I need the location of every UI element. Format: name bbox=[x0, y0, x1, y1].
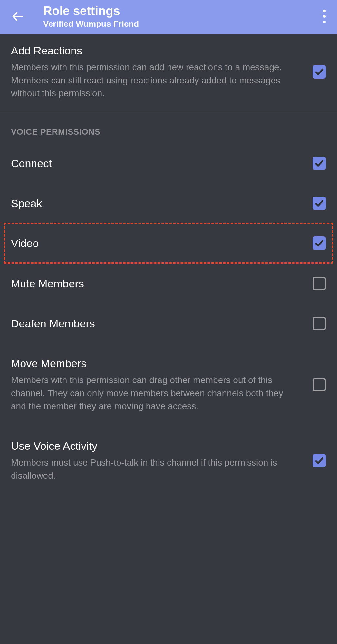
permission-text: Video bbox=[11, 236, 300, 250]
page-title: Role settings bbox=[43, 4, 321, 18]
permission-title: Connect bbox=[11, 156, 300, 170]
svg-point-1 bbox=[323, 10, 326, 12]
permission-title: Use Voice Activity bbox=[11, 439, 300, 453]
permission-title: Mute Members bbox=[11, 276, 300, 291]
svg-point-3 bbox=[323, 21, 326, 23]
permission-title: Video bbox=[11, 236, 300, 250]
permission-checkbox[interactable] bbox=[313, 317, 326, 330]
permission-row-connect[interactable]: Connect bbox=[0, 140, 337, 183]
permissions-list: Add Reactions Members with this permissi… bbox=[0, 34, 337, 495]
permission-title: Add Reactions bbox=[11, 43, 300, 58]
permission-description: Members with this permission can drag ot… bbox=[11, 374, 300, 413]
svg-point-2 bbox=[323, 15, 326, 18]
permission-title: Speak bbox=[11, 196, 300, 210]
permission-title: Deafen Members bbox=[11, 316, 300, 331]
permission-checkbox[interactable] bbox=[313, 65, 326, 79]
permission-text: Use Voice ActivityMembers must use Push-… bbox=[11, 439, 300, 482]
permission-text: Connect bbox=[11, 156, 300, 170]
permission-text: Mute Members bbox=[11, 276, 300, 291]
back-button[interactable] bbox=[11, 10, 24, 24]
permission-checkbox[interactable] bbox=[313, 454, 326, 467]
permission-row-add-reactions[interactable]: Add Reactions Members with this permissi… bbox=[0, 34, 337, 111]
permission-description: Members with this permission can add new… bbox=[11, 61, 300, 100]
permission-row-speak[interactable]: Speak bbox=[0, 183, 337, 223]
header-titles: Role settings Verified Wumpus Friend bbox=[43, 4, 321, 30]
permission-checkbox[interactable] bbox=[313, 157, 326, 170]
permission-text: Add Reactions Members with this permissi… bbox=[11, 43, 300, 100]
permission-text: Deafen Members bbox=[11, 316, 300, 331]
page-subtitle: Verified Wumpus Friend bbox=[43, 19, 321, 30]
more-vertical-icon bbox=[323, 9, 326, 25]
permission-checkbox[interactable] bbox=[313, 197, 326, 210]
permission-row-video[interactable]: Video bbox=[0, 223, 337, 263]
permission-title: Move Members bbox=[11, 356, 300, 370]
permission-description: Members must use Push-to-talk in this ch… bbox=[11, 456, 300, 482]
permission-row-deafen-members[interactable]: Deafen Members bbox=[0, 303, 337, 343]
permission-row-mute-members[interactable]: Mute Members bbox=[0, 264, 337, 303]
permission-checkbox[interactable] bbox=[313, 277, 326, 290]
permission-text: Move MembersMembers with this permission… bbox=[11, 356, 300, 413]
section-header-voice: VOICE PERMISSIONS bbox=[0, 111, 337, 140]
app-header: Role settings Verified Wumpus Friend bbox=[0, 0, 337, 34]
permission-row-move-members[interactable]: Move MembersMembers with this permission… bbox=[0, 343, 337, 426]
more-options-button[interactable] bbox=[321, 7, 328, 27]
permission-checkbox[interactable] bbox=[313, 236, 326, 250]
permission-row-use-voice-activity[interactable]: Use Voice ActivityMembers must use Push-… bbox=[0, 426, 337, 495]
permission-checkbox[interactable] bbox=[313, 378, 326, 391]
permission-text: Speak bbox=[11, 196, 300, 210]
arrow-left-icon bbox=[11, 10, 24, 24]
